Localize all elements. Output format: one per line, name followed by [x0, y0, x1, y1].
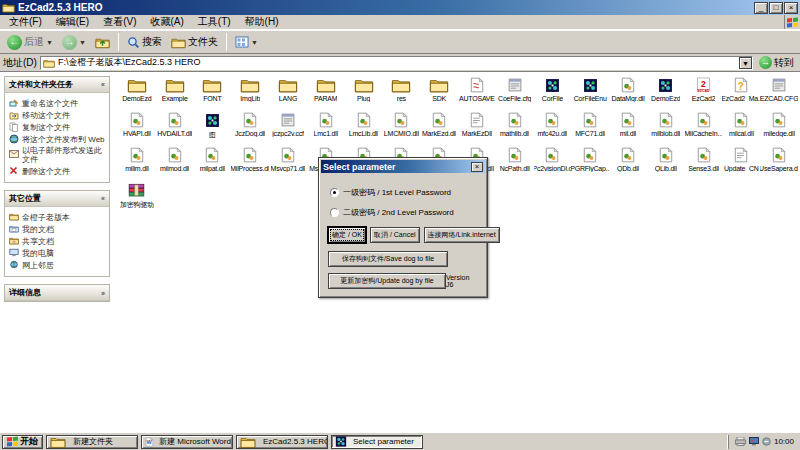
taskbar-task-3[interactable]: Select parameter	[331, 435, 423, 449]
file-item[interactable]: HVDAILT.dll	[156, 110, 194, 144]
file-item[interactable]: Pc2visionDl.dll	[534, 145, 572, 179]
file-item[interactable]: PGRFlyCap...	[571, 145, 609, 179]
window-titlebar[interactable]: EzCad2.5.3 HERO _ □ ×	[0, 0, 800, 15]
file-item[interactable]: CorFileEnu	[571, 75, 609, 109]
task-link-5[interactable]: 删除这个文件	[9, 166, 107, 176]
file-item[interactable]: QLib.dll	[647, 145, 685, 179]
dialog-titlebar[interactable]: Select parameter ×	[321, 160, 485, 173]
file-item[interactable]: milblob.dll	[647, 110, 685, 144]
file-item[interactable]: AUTOSAVE	[458, 75, 496, 109]
file-item[interactable]: milmod.dll	[156, 145, 194, 179]
cancel-button[interactable]: 取消 / Cancel	[370, 227, 420, 243]
minimize-button[interactable]: _	[754, 2, 768, 14]
clock[interactable]: 10:00	[774, 437, 794, 446]
file-item[interactable]: DataMgr.dll	[609, 75, 647, 109]
file-item[interactable]: DemoEzd	[118, 75, 156, 109]
views-button[interactable]: ▼	[232, 35, 261, 49]
details-header[interactable]: 详细信息 «	[5, 285, 109, 301]
file-item[interactable]: LMCMIO.dll	[382, 110, 420, 144]
first-level-password-radio[interactable]: 一级密码 / 1st Level Password	[330, 187, 480, 198]
file-item[interactable]: PARAM	[307, 75, 345, 109]
menu-item-1[interactable]: 编辑(E)	[49, 14, 96, 30]
file-item[interactable]: MilCacheIn...	[685, 110, 723, 144]
file-item[interactable]: jczpc2v.ccf	[269, 110, 307, 144]
file-item[interactable]: CoeFile.cfg	[496, 75, 534, 109]
address-input[interactable]: F:\金橙子老版本\EzCad2.5.3 HERO ▼	[40, 56, 753, 70]
file-item[interactable]: CorFile	[534, 75, 572, 109]
task-link-4[interactable]: 以电子邮件形式发送此文件	[9, 146, 107, 164]
file-item[interactable]: DemoEzd	[647, 75, 685, 109]
start-button[interactable]: 开始	[2, 435, 43, 449]
ok-button[interactable]: 确定 / OK	[328, 227, 366, 243]
file-item[interactable]: mil.dll	[609, 110, 647, 144]
menu-item-2[interactable]: 查看(V)	[96, 14, 143, 30]
file-item[interactable]: 图	[194, 110, 232, 144]
file-item[interactable]: Plug	[345, 75, 383, 109]
taskbar-task-0[interactable]: 新建文件夹	[46, 435, 138, 449]
file-item[interactable]: FONT	[194, 75, 232, 109]
file-item[interactable]: Sense3.dll	[685, 145, 723, 179]
file-item[interactable]: ImgLib	[231, 75, 269, 109]
place-link-0[interactable]: 金橙子老版本	[9, 212, 107, 222]
file-item[interactable]: LmcLib.dll	[345, 110, 383, 144]
second-level-password-radio[interactable]: 二级密码 / 2nd Level Password	[330, 207, 480, 218]
menu-item-3[interactable]: 收藏(A)	[143, 14, 190, 30]
expand-chevron-icon[interactable]: «	[101, 290, 105, 296]
up-button[interactable]	[92, 35, 113, 50]
file-item[interactable]: MilProcess.dll	[231, 145, 269, 179]
file-item[interactable]: NcPath.dll	[496, 145, 534, 179]
place-link-4[interactable]: 网上邻居	[9, 260, 107, 270]
file-item[interactable]: EZCAD.CFG	[760, 75, 798, 109]
folders-button[interactable]: 文件夹	[168, 34, 221, 50]
file-item[interactable]: Example	[156, 75, 194, 109]
place-link-3[interactable]: 我的电脑	[9, 248, 107, 258]
collapse-chevron-icon[interactable]: «	[101, 196, 105, 202]
menu-item-4[interactable]: 工具(T)	[191, 14, 238, 30]
file-item[interactable]: 2EZCADEzCad2	[685, 75, 723, 109]
task-link-0[interactable]: 重命名这个文件	[9, 98, 107, 108]
place-link-2[interactable]: 共享文档	[9, 236, 107, 246]
file-item[interactable]: milpat.dll	[194, 145, 232, 179]
go-button[interactable]: → 转到	[756, 56, 797, 70]
collapse-chevron-icon[interactable]: «	[101, 82, 105, 88]
file-item[interactable]: MFC71.dll	[571, 110, 609, 144]
file-item[interactable]: ?EzCad2_Ma...	[722, 75, 760, 109]
file-item[interactable]: miledge.dll	[760, 110, 798, 144]
task-link-3[interactable]: 将这个文件发布到 Web	[9, 134, 107, 144]
file-item[interactable]: 加密狗驱动	[118, 180, 156, 214]
file-item[interactable]: UseSapera.dll	[760, 145, 798, 179]
file-item[interactable]: res	[382, 75, 420, 109]
file-item[interactable]: JczDog.dll	[231, 110, 269, 144]
file-item[interactable]: Update_CN	[722, 145, 760, 179]
task-link-2[interactable]: 复制这个文件	[9, 122, 107, 132]
file-item[interactable]: LANG	[269, 75, 307, 109]
file-tasks-header[interactable]: 文件和文件夹任务 «	[5, 77, 109, 93]
save-dog-button[interactable]: 保存狗到文件/Save dog to file	[328, 251, 448, 267]
file-item[interactable]: MarkEzd.dll	[420, 110, 458, 144]
file-item[interactable]: mfc42u.dll	[534, 110, 572, 144]
task-link-1[interactable]: 移动这个文件	[9, 110, 107, 120]
other-places-header[interactable]: 其它位置 «	[5, 191, 109, 207]
maximize-button[interactable]: □	[769, 2, 783, 14]
taskbar-task-2[interactable]: EzCad2.5.3 HERO	[236, 435, 328, 449]
address-dropdown-button[interactable]: ▼	[739, 57, 752, 69]
file-item[interactable]: SDK	[420, 75, 458, 109]
search-button[interactable]: 搜索	[124, 34, 165, 50]
file-item[interactable]: MarkEzDll	[458, 110, 496, 144]
file-item[interactable]: Lmc1.dll	[307, 110, 345, 144]
update-dog-button[interactable]: 更新加密狗/Update dog by file	[328, 273, 446, 289]
link-internet-button[interactable]: 连接网络/Link.internet	[424, 227, 500, 243]
taskbar-task-1[interactable]: W新建 Microsoft Word 文...	[141, 435, 233, 449]
menu-item-0[interactable]: 文件(F)	[2, 14, 49, 30]
file-item[interactable]: HVAPI.dll	[118, 110, 156, 144]
back-button[interactable]: ← 后退 ▼	[4, 34, 56, 51]
forward-button[interactable]: → ▼	[59, 34, 89, 51]
place-link-1[interactable]: 我的文档	[9, 224, 107, 234]
menu-item-5[interactable]: 帮助(H)	[238, 14, 286, 30]
file-item[interactable]: milim.dll	[118, 145, 156, 179]
file-item[interactable]: Msvcp71.dll	[269, 145, 307, 179]
file-item[interactable]: QDb.dll	[609, 145, 647, 179]
file-item[interactable]: mathlib.dll	[496, 110, 534, 144]
close-button[interactable]: ×	[784, 2, 798, 14]
dialog-close-button[interactable]: ×	[471, 162, 483, 172]
